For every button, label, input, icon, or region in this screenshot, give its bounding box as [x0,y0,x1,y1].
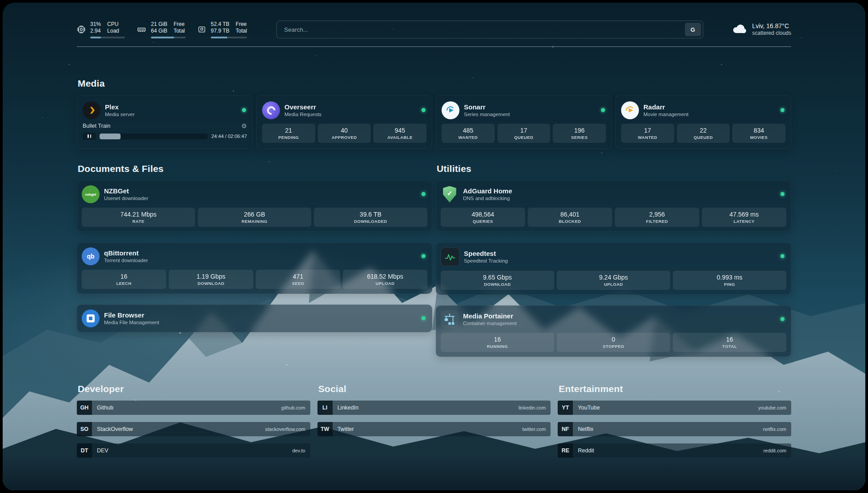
memory-total-value: 64 GiB [151,28,167,34]
service-card-sonarr[interactable]: Sonarr Series management 485 WANTED 17 Q… [436,95,612,149]
search-input[interactable] [283,26,684,33]
stat-box: 47.569 ms LATENCY [702,208,786,227]
stat-label: RATE [83,218,193,224]
service-subtitle: Media File Management [104,320,159,326]
status-dot [421,254,426,258]
weather-widget: Lviv, 16.87°C scattered clouds [731,22,791,37]
cpu-progress-track [90,37,125,38]
stat-label: QUERIES [442,218,523,224]
stat-box: 16 RUNNING [441,333,554,352]
stat-label: LEECH [83,280,164,286]
bookmark-youtube[interactable]: YT YouTube youtube.com [558,401,791,415]
service-subtitle: Container management [463,321,517,326]
filebrowser-icon [82,309,100,327]
stat-label: SERIES [555,134,604,140]
bookmark-github[interactable]: GH Github github.com [77,401,310,415]
bookmark-url: dev.to [292,448,305,453]
service-card-speedtest[interactable]: Speedtest Speedtest Tracking 9.65 Gbps D… [436,242,791,295]
qbittorrent-icon: qb [82,247,100,265]
bookmark-netflix[interactable]: NF Netflix netflix.com [558,422,791,436]
bookmark-name: Twitter [338,426,354,432]
disk-free-value: 52.4 TB [211,21,230,28]
cpu-value: 31% [90,21,101,28]
bookmark-dev[interactable]: DT DEV dev.to [77,443,310,458]
stat-box: 2,956 FILTERED [615,208,699,227]
stat-box: 17 WANTED [621,124,674,143]
service-card-radarr[interactable]: Radarr Movie management 17 WANTED 22 QUE… [615,95,791,149]
bookmark-url: github.com [281,405,305,410]
stat-label: DOWNLOAD [442,281,552,287]
service-subtitle: Series management [464,112,510,117]
section-title-documents: Documents & Files [78,163,432,174]
service-card-adguard[interactable]: ✓ AdGuard Home DNS and adblocking 498,56… [436,180,791,232]
stat-label: PING [675,281,785,287]
bookmark-abbr: YT [558,401,573,415]
memory-progress-fill [151,37,174,38]
service-card-qbittorrent[interactable]: qb qBittorrent Torrent downloader 16 LEE… [77,242,432,294]
stat-label: APPROVED [320,134,369,140]
service-card-portainer[interactable]: Media Portainer Container management 16 … [436,305,791,357]
service-card-overseerr[interactable]: Overseerr Media Requests 21 PENDING 40 A… [256,95,432,149]
speedtest-icon [441,247,459,266]
search-bar[interactable]: G [276,21,703,38]
stat-box: 196 SERIES [553,124,606,143]
service-card-filebrowser[interactable]: File Browser Media File Management [77,305,432,332]
service-subtitle: Media Requests [284,112,321,117]
bookmark-twitter[interactable]: TW Twitter twitter.com [317,422,551,436]
playback-progress-fill [100,134,121,139]
service-card-nzbget[interactable]: nzbget NZBGet Usenet downloader 744.21 M… [77,180,432,232]
bookmark-name: StackOverflow [97,426,133,432]
stat-label: STOPPED [559,343,668,349]
service-subtitle: DNS and adblocking [463,196,512,201]
disk-total-label: Total [236,28,247,34]
service-card-plex[interactable]: Plex Media server Bullet Train ⚙ [77,95,253,149]
stat-box: 618.52 Mbps UPLOAD [343,270,427,289]
sonarr-icon [442,101,459,119]
radarr-icon [621,101,639,119]
search-provider-button[interactable]: G [685,23,701,36]
bookmark-url: twitter.com [522,426,546,432]
cpu-icon [77,25,86,34]
nzbget-icon: nzbget [82,185,100,203]
service-subtitle: Speedtest Tracking [464,258,508,264]
section-title-entertainment: Entertainment [559,384,791,394]
bookmark-reddit[interactable]: RE Reddit reddit.com [558,443,791,458]
gear-icon[interactable]: ⚙ [241,123,247,129]
cloud-icon [731,22,747,37]
stat-value: 16 [442,336,552,343]
disk-icon [197,25,206,34]
stat-label: TOTAL [675,343,785,349]
section-documents: Documents & Files nzbget NZBGet Usenet d… [77,163,432,332]
plex-icon [83,101,100,119]
service-name: NZBGet [104,187,148,195]
disk-progress-track [211,37,247,38]
memory-free-label: Free [174,21,185,28]
cpu-progress-fill [90,37,101,38]
bookmark-stackoverflow[interactable]: SO StackOverflow stackoverflow.com [77,422,310,436]
stat-value: 266 GB [200,211,309,218]
status-dot [242,108,246,112]
stat-box: 485 WANTED [442,124,495,143]
bookmark-linkedin[interactable]: LI LinkedIn linkedin.com [317,401,551,415]
cpu-widget: 31% 2.94 CPU Load [77,21,125,38]
stat-box: 86,401 BLOCKED [528,208,612,227]
stat-box: 1.19 Gbps DOWNLOAD [169,270,253,289]
status-dot [780,192,785,196]
stat-label: RUNNING [442,343,552,349]
stat-label: UPLOAD [559,281,668,287]
stat-value: 0 [559,336,668,343]
cpu-load-label: Load [107,28,119,34]
bookmark-abbr: SO [77,422,92,436]
pause-button[interactable] [83,133,96,140]
section-title-media: Media [78,78,791,89]
stat-box: 0 STOPPED [557,333,670,352]
status-dot [780,108,785,112]
stat-value: 16 [675,336,785,343]
disk-progress-fill [211,37,227,38]
stat-value: 39.6 TB [316,211,426,218]
disk-total-value: 97.9 TB [211,28,230,34]
stat-value: 744.21 Mbps [83,211,193,218]
stat-label: QUEUED [499,134,549,140]
stat-value: 196 [555,127,604,134]
stat-box: 945 AVAILABLE [373,124,426,143]
